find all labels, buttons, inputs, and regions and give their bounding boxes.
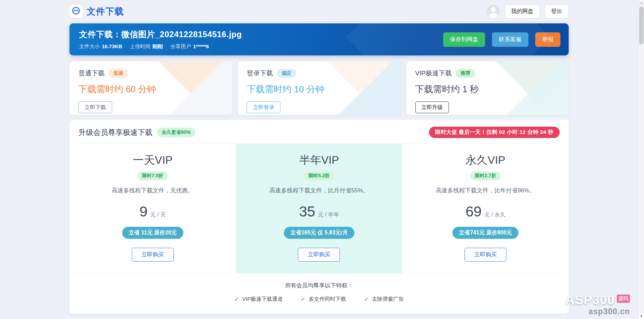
download-options: 普通下载 低速 下载需时约 60 分钟 立即下载 登录下载 稳定 下载需时约 1… (69, 61, 569, 115)
vip-save-badge: 永久更省90% (157, 128, 195, 137)
page-title: 文件下载 (87, 6, 124, 18)
file-size: 16.73KB (102, 43, 122, 49)
option-title: 登录下载 (247, 69, 273, 78)
option-title: VIP极速下载 (415, 69, 452, 78)
user-avatar[interactable] (487, 5, 500, 18)
scroll-down-arrow-icon[interactable]: ▼ (638, 313, 644, 319)
plan-half-year: 半年VIP 限时5.2折 高速多线程下载文件，比月付省55%。 35元 / 半年… (236, 144, 402, 273)
report-button[interactable]: 举报 (535, 32, 560, 47)
option-badge-stable: 稳定 (277, 69, 296, 78)
plan-discount-badge: 限时5.2折 (304, 171, 334, 180)
vip-section-title: 升级会员尊享极速下载 (78, 127, 152, 137)
option-badge-recommended: 推荐 (456, 69, 475, 78)
pricing-plans: 一天VIP 限时7.0折 高速多线程下载文件，无优惠。 9元 / 天 立省 11… (69, 144, 569, 273)
plan-one-day: 一天VIP 限时7.0折 高速多线程下载文件，无优惠。 9元 / 天 立省 11… (69, 144, 236, 273)
check-icon: ✓ (234, 296, 239, 303)
vip-section: 升级会员尊享极速下载 永久更省90% 限时大促 最后一天！仅剩 02 小时 12… (69, 120, 569, 314)
scroll-up-arrow-icon[interactable]: ▲ (638, 0, 644, 6)
my-drive-button[interactable]: 我的网盘 (505, 4, 540, 18)
save-to-drive-button[interactable]: 保存到网盘 (443, 32, 485, 47)
check-icon: ✓ (364, 296, 369, 303)
buy-now-button[interactable]: 立即购买 (298, 248, 340, 262)
option-time: 下载需时约 60 分钟 (78, 83, 223, 95)
login-now-button[interactable]: 立即登录 (247, 102, 280, 113)
option-time: 下载需时约 10 分钟 (247, 83, 391, 95)
price-unit: 元 / 半年 (318, 212, 339, 217)
plan-price: 69元 / 永久 (409, 203, 562, 220)
brand: 文件下载 (69, 5, 124, 18)
plan-name: 一天VIP (76, 153, 229, 168)
option-title: 普通下载 (78, 69, 105, 78)
plan-price: 35元 / 半年 (243, 203, 396, 220)
price-number: 35 (299, 203, 315, 220)
price-unit: 元 / 永久 (484, 212, 505, 217)
plan-save-pill: 立省741元 原价800元 (452, 227, 518, 239)
privileges-title: 所有会员均尊享以下特权： (69, 282, 569, 289)
privilege-item: ✓去除弹窗广告 (364, 296, 404, 303)
plan-description: 高速多线程下载文件，比年付省96%。 (409, 187, 562, 194)
plan-discount-badge: 限时7.0折 (138, 171, 168, 180)
header: 文件下载 我的网盘 登出 (69, 0, 569, 23)
countdown-badge: 限时大促 最后一天！仅剩 02 小时 12 分钟 24 秒 (429, 127, 560, 138)
option-card-login: 登录下载 稳定 下载需时约 10 分钟 立即登录 (238, 61, 400, 115)
price-number: 9 (139, 203, 147, 220)
logout-button[interactable]: 登出 (545, 4, 569, 18)
upload-time: 刚刚 (152, 43, 163, 49)
download-now-button[interactable]: 立即下载 (78, 102, 112, 113)
site-logo-icon (72, 6, 80, 17)
file-meta: 文件大小16.73KB 上传时间刚刚 分享用户1*****6 (79, 43, 443, 50)
plan-name: 半年VIP (243, 153, 396, 168)
buy-now-button[interactable]: 立即购买 (464, 248, 506, 262)
plan-discount-badge: 限时2.7折 (470, 171, 500, 180)
page: 文件下载 我的网盘 登出 文件下载：微信图片_20241228154516.jp… (0, 0, 638, 319)
logo-box (69, 5, 83, 18)
plan-description: 高速多线程下载文件，比月付省55%。 (243, 187, 396, 194)
privileges: 所有会员均尊享以下特权： ✓VIP极速下载通道 ✓多文件同时下载 ✓去除弹窗广告 (69, 274, 569, 314)
plan-save-pill: 立省 11元 原价20元 (122, 227, 183, 239)
option-card-normal: 普通下载 低速 下载需时约 60 分钟 立即下载 (69, 61, 232, 115)
file-banner: 文件下载：微信图片_20241228154516.jpg 文件大小16.73KB… (69, 23, 569, 55)
upgrade-now-button[interactable]: 立即升级 (415, 102, 449, 113)
buy-now-button[interactable]: 立即购买 (132, 248, 174, 262)
file-title: 文件下载：微信图片_20241228154516.jpg (79, 29, 443, 40)
privilege-item: ✓多文件同时下载 (301, 296, 346, 303)
contact-support-button[interactable]: 联系客服 (492, 32, 528, 47)
vertical-scrollbar[interactable]: ▲ ▼ (638, 0, 644, 319)
plan-save-pill: 立省165元 仅 5.83元/月 (284, 227, 354, 239)
option-time: 下载需时约 1 秒 (415, 83, 560, 95)
plan-permanent: 永久VIP 限时2.7折 高速多线程下载文件，比年付省96%。 69元 / 永久… (402, 144, 569, 273)
share-user: 1*****6 (193, 43, 209, 49)
plan-description: 高速多线程下载文件，无优惠。 (76, 187, 229, 194)
check-icon: ✓ (301, 296, 305, 303)
privilege-item: ✓VIP极速下载通道 (234, 296, 283, 303)
price-unit: 元 / 天 (150, 212, 166, 217)
price-number: 69 (465, 203, 482, 220)
option-card-vip: VIP极速下载 推荐 下载需时约 1 秒 立即升级 (406, 61, 569, 115)
plan-name: 永久VIP (409, 153, 562, 168)
plan-price: 9元 / 天 (76, 203, 229, 220)
scrollbar-thumb[interactable] (639, 7, 644, 44)
option-badge-slow: 低速 (109, 69, 128, 78)
